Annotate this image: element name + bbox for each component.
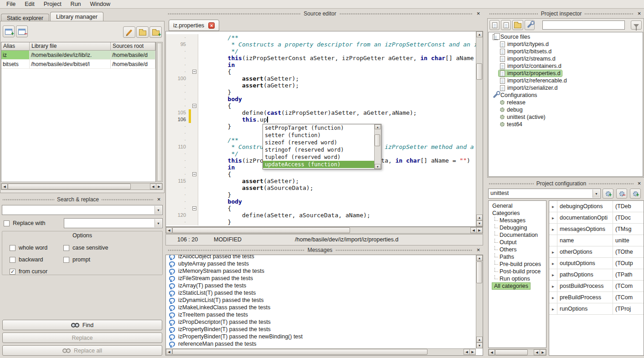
tree-item-import-iz-serializer-d[interactable]: import/iz/serializer.d bbox=[489, 84, 643, 92]
messages-vertical-scrollbar[interactable] bbox=[476, 255, 483, 348]
open-library-folder-button[interactable] bbox=[136, 26, 149, 38]
checkbox-prompt[interactable]: prompt bbox=[63, 256, 160, 263]
completion-item-stringof-reserved-word[interactable]: stringof (reserved word) bbox=[263, 146, 374, 153]
message-item[interactable]: izTreeItem passed the tests bbox=[166, 311, 476, 318]
checkbox-backward[interactable]: backward bbox=[10, 256, 63, 263]
column-header-sources-root[interactable]: Sources root bbox=[111, 42, 155, 50]
code-line-104[interactable]: · { bbox=[166, 102, 476, 109]
code-line-100[interactable]: 100 assert(aSetter); bbox=[166, 75, 476, 82]
fold-collapse-icon[interactable] bbox=[192, 172, 196, 176]
code-line-115[interactable]: 115 assert(aSetter); bbox=[166, 178, 476, 184]
expand-arrow-icon[interactable]: ▸ bbox=[549, 246, 557, 257]
scroll-left-arrow[interactable] bbox=[470, 227, 477, 233]
menu-project[interactable]: Project bbox=[39, 0, 66, 8]
checkbox-whole-word[interactable]: whole word bbox=[10, 244, 63, 251]
project-configuration-close-button[interactable] bbox=[636, 180, 642, 187]
message-item[interactable]: izMemoryStream passed the tests bbox=[166, 267, 476, 275]
tree-item-source-files[interactable]: Source files bbox=[489, 33, 643, 41]
expand-arrow-icon[interactable]: ▸ bbox=[549, 224, 557, 235]
scrollbar-thumb[interactable] bbox=[172, 349, 428, 355]
library-table-horizontal-scrollbar[interactable] bbox=[1, 183, 163, 190]
filter-button[interactable] bbox=[631, 20, 642, 30]
tree-item-import-iz-containers-d[interactable]: import/iz/containers.d bbox=[489, 62, 643, 70]
code-line-114[interactable]: · { bbox=[166, 171, 476, 178]
editor-tab-iz-properties[interactable]: iz.properties bbox=[169, 20, 219, 31]
category-categories[interactable]: Categories bbox=[489, 210, 546, 217]
scroll-right-arrow[interactable] bbox=[476, 227, 483, 233]
code-line-94[interactable]: · /** bbox=[166, 34, 476, 41]
chevron-down-icon[interactable] bbox=[155, 206, 162, 214]
message-item[interactable]: ubyteArray passed the tests bbox=[166, 260, 476, 267]
add-library-button[interactable] bbox=[3, 26, 15, 37]
menu-edit[interactable]: Edit bbox=[20, 0, 39, 8]
category-debugging[interactable]: Debugging bbox=[489, 224, 546, 231]
code-line-119[interactable]: · { bbox=[166, 205, 476, 212]
property-row-debugingoptions[interactable]: ▸debugingOptions(TDeb bbox=[549, 201, 644, 212]
column-header-library-file[interactable]: Library file bbox=[30, 42, 111, 50]
replace-all-button[interactable]: Replace all bbox=[2, 345, 162, 356]
expand-arrow-icon[interactable]: ▸ bbox=[549, 292, 557, 303]
tree-item-import-iz-streams-d[interactable]: import/iz/streams.d bbox=[489, 55, 643, 62]
fold-collapse-icon[interactable] bbox=[192, 104, 196, 108]
expand-arrow-icon[interactable]: ▸ bbox=[549, 303, 557, 314]
add-source-button[interactable] bbox=[489, 20, 500, 30]
scroll-up-arrow[interactable] bbox=[476, 337, 483, 343]
code-line-95[interactable]: 95 * Constructs a property descriptor fr… bbox=[166, 41, 476, 48]
remove-configuration-button[interactable] bbox=[616, 189, 627, 199]
expand-arrow-icon[interactable]: ▸ bbox=[549, 201, 557, 212]
code-line-97[interactable]: · this(izPropSetterConst aSetter, izProp… bbox=[166, 55, 476, 61]
message-item[interactable]: izAllocObject passed the tests bbox=[166, 255, 476, 260]
scroll-left-arrow[interactable] bbox=[489, 349, 495, 355]
category-output[interactable]: Output bbox=[489, 239, 546, 246]
property-row-pathsoptions[interactable]: ▸pathsOptions(TPath bbox=[549, 269, 644, 281]
message-item[interactable]: izPropertyBinder(T) passed the newBindin… bbox=[166, 333, 476, 340]
project-inspector-close-button[interactable] bbox=[636, 10, 642, 17]
code-line-98[interactable]: · in bbox=[166, 61, 476, 68]
category-paths[interactable]: Paths bbox=[489, 253, 546, 261]
editor-vertical-scrollbar[interactable] bbox=[476, 31, 483, 226]
scroll-down-arrow[interactable] bbox=[476, 220, 483, 226]
scrollbar-thumb[interactable] bbox=[476, 63, 482, 80]
scrollbar-thumb[interactable] bbox=[495, 349, 528, 355]
scrollbar-thumb[interactable] bbox=[157, 43, 162, 181]
completion-item-sizeof-reserved-word[interactable]: sizeof (reserved word) bbox=[263, 139, 374, 146]
replace-input[interactable] bbox=[64, 218, 163, 228]
editor-horizontal-scrollbar[interactable] bbox=[165, 227, 483, 234]
add-library-folder-button[interactable] bbox=[149, 26, 162, 38]
completion-scrollbar[interactable] bbox=[374, 124, 381, 169]
chevron-down-icon[interactable] bbox=[592, 189, 600, 198]
scroll-right-arrow[interactable] bbox=[540, 349, 546, 355]
message-item[interactable]: izFileStream passed the tests bbox=[166, 275, 476, 282]
tree-item-debug[interactable]: debug bbox=[489, 106, 643, 113]
category-messages[interactable]: Messages bbox=[489, 217, 546, 224]
menu-window[interactable]: Window bbox=[86, 0, 115, 8]
clone-configuration-button[interactable] bbox=[630, 189, 641, 199]
message-item[interactable]: izDynamicList(T) passed the tests bbox=[166, 297, 476, 304]
library-table-vertical-scrollbar[interactable] bbox=[156, 42, 163, 182]
search-panel-close-button[interactable] bbox=[156, 196, 162, 203]
property-row-otheroptions[interactable]: ▸otherOptions(TOthe bbox=[549, 246, 644, 258]
fold-collapse-icon[interactable] bbox=[192, 206, 196, 210]
category-others[interactable]: Others bbox=[489, 246, 546, 253]
property-row-postbuildprocess[interactable]: ▸postBuildProcess(TCom bbox=[549, 281, 644, 292]
completion-item-tupleof-reserved-word[interactable]: tupleof (reserved word) bbox=[263, 153, 374, 161]
category-general[interactable]: General bbox=[489, 202, 546, 210]
remove-library-button[interactable] bbox=[16, 26, 28, 37]
scroll-up-arrow[interactable] bbox=[476, 31, 483, 37]
message-item[interactable]: izMakeLinkedClass passed the tests bbox=[166, 304, 476, 311]
category-pre-build-proces[interactable]: Pre-build proces bbox=[489, 261, 546, 268]
category-all-categories[interactable]: All categories bbox=[489, 282, 546, 290]
scroll-left-arrow[interactable] bbox=[166, 349, 172, 355]
tree-item-release[interactable]: release bbox=[489, 99, 643, 106]
scrollbar-thumb[interactable] bbox=[476, 261, 482, 283]
inspector-filter-input[interactable] bbox=[542, 20, 625, 30]
code-line-117[interactable]: · } bbox=[166, 191, 476, 198]
expand-arrow-icon[interactable]: ▸ bbox=[549, 258, 557, 269]
tree-item-import-iz-properties-d[interactable]: import/iz/properties.d bbox=[489, 70, 643, 77]
property-row-outputoptions[interactable]: ▸outputOptions(TOutp bbox=[549, 258, 644, 269]
scroll-up-arrow[interactable] bbox=[476, 215, 483, 220]
configuration-select[interactable]: unittest bbox=[488, 189, 601, 199]
remove-source-button[interactable] bbox=[501, 20, 511, 30]
property-row-messagesoptions[interactable]: ▸messagesOptions(TMsg bbox=[549, 224, 644, 235]
code-line-120[interactable]: 120 define(aSetter, aSourceData, aName); bbox=[166, 212, 476, 219]
